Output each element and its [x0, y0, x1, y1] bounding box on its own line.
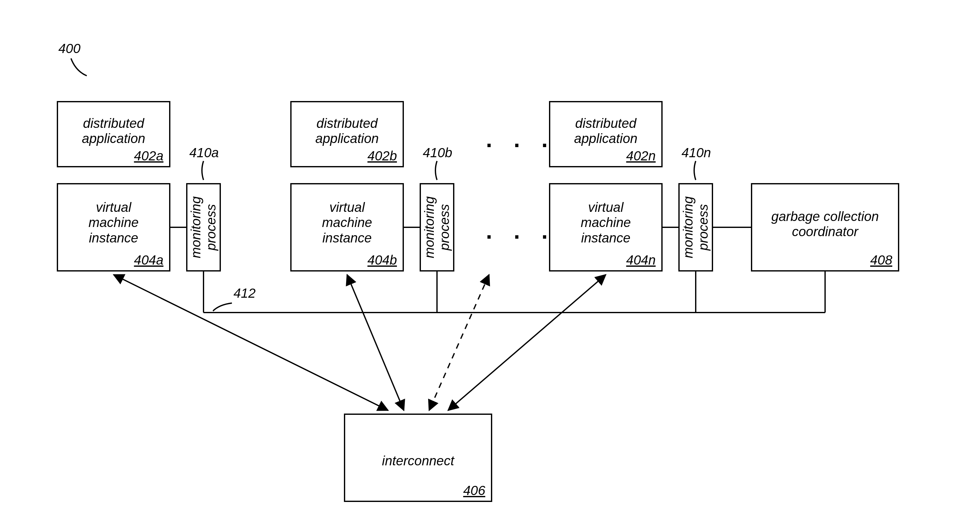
- vm-instance-n-label: virtualmachineinstance: [550, 200, 661, 246]
- monitoring-process-a-label: monitoringprocess: [188, 196, 219, 258]
- bus-ref-412: 412: [234, 286, 256, 301]
- interconnect-label: interconnect: [345, 454, 491, 468]
- monitoring-process-b: monitoringprocess: [420, 183, 454, 271]
- vm-instance-b-label: virtualmachineinstance: [291, 200, 402, 246]
- diagram-canvas: 400 distributedapplication 402a distribu…: [0, 0, 980, 519]
- monitoring-process-n: monitoringprocess: [678, 183, 713, 271]
- distributed-app-a-label: distributedapplication: [58, 116, 169, 147]
- monitoring-process-b-label: monitoringprocess: [422, 196, 452, 258]
- gc-coordinator: garbage collectioncoordinator 408: [751, 183, 899, 271]
- svg-line-10: [347, 275, 404, 410]
- svg-line-12: [429, 275, 489, 410]
- vm-instance-n: virtualmachineinstance 404n: [549, 183, 663, 271]
- svg-line-11: [448, 275, 606, 410]
- interconnect-ref: 406: [463, 483, 485, 498]
- ellipsis-middle: . . .: [486, 218, 555, 244]
- distributed-app-b-label: distributedapplication: [291, 116, 402, 147]
- vm-instance-a-ref: 404a: [134, 252, 164, 268]
- distributed-app-n: distributedapplication 402n: [549, 101, 663, 167]
- monitoring-process-n-label: monitoringprocess: [681, 196, 711, 258]
- gc-coordinator-label: garbage collectioncoordinator: [752, 209, 898, 240]
- gc-coordinator-ref: 408: [870, 252, 892, 268]
- monitor-n-ref: 410n: [681, 145, 711, 160]
- vm-instance-n-ref: 404n: [626, 252, 655, 268]
- distributed-app-n-label: distributedapplication: [550, 116, 661, 147]
- monitoring-process-a: monitoringprocess: [186, 183, 221, 271]
- vm-instance-a: virtualmachineinstance 404a: [57, 183, 170, 271]
- distributed-app-n-ref: 402n: [626, 149, 655, 163]
- monitor-a-ref: 410a: [189, 145, 219, 160]
- vm-instance-a-label: virtualmachineinstance: [58, 200, 169, 246]
- distributed-app-b-ref: 402b: [368, 149, 397, 163]
- figure-ref-400: 400: [58, 41, 80, 56]
- distributed-app-a-ref: 402a: [134, 149, 164, 163]
- distributed-app-b: distributedapplication 402b: [290, 101, 404, 167]
- monitor-b-ref: 410b: [423, 145, 452, 160]
- vm-instance-b: virtualmachineinstance 404b: [290, 183, 404, 271]
- distributed-app-a: distributedapplication 402a: [57, 101, 170, 167]
- interconnect-box: interconnect 406: [344, 414, 492, 502]
- ellipsis-top: . . .: [486, 126, 555, 152]
- vm-instance-b-ref: 404b: [368, 252, 397, 268]
